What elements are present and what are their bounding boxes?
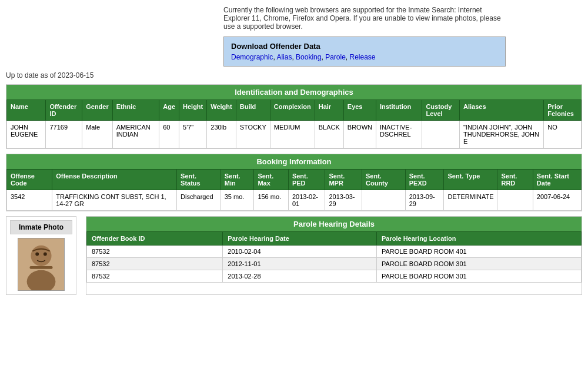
col-weight: Weight [207,100,236,121]
col-sent-start: Sent. Start Date [533,170,581,190]
cell-offense-desc: TRAFFICKING CONT SUBST, SCH 1, 14-27 GR [52,190,177,211]
identification-table: Name Offender ID Gender Ethnic Age Heigh… [6,100,582,148]
parole-header: Parole Hearing Details [86,217,582,231]
cell-ethnic: AMERICAN INDIAN [112,121,159,148]
cell-offender-id: 77169 [46,121,82,148]
photo-svg [18,238,64,291]
cell-sent-min: 35 mo. [220,190,254,211]
svg-point-4 [44,253,47,256]
photo-box: Inmate Photo [6,216,76,295]
col-institution: Institution [376,100,422,121]
parole-link[interactable]: Parole [325,53,346,61]
booking-row: 3542 TRAFFICKING CONT SUBST, SCH 1, 14-2… [7,190,582,211]
col-custody-level: Custody Level [422,100,460,121]
col-sent-status: Sent. Status [177,170,221,190]
download-links: Demographic, Alias, Booking, Parole, Rel… [231,53,498,61]
cell-hair: BLACK [315,121,343,148]
cell-sent-type: DETERMINATE [444,190,497,211]
cell-parole-date: 2012-11-01 [223,258,377,270]
col-build: Build [236,100,270,121]
cell-sent-start: 2007-06-24 [533,190,581,211]
col-hair: Hair [315,100,343,121]
identification-header: Identification and Demographics [6,85,582,100]
inmate-photo [18,238,65,291]
cell-complexion: MEDIUM [270,121,315,148]
col-sent-type: Sent. Type [444,170,497,190]
col-name: Name [7,100,46,121]
browser-notice: Currently the following web browsers are… [223,6,506,31]
release-link[interactable]: Release [349,53,375,61]
cell-sent-max: 156 mo. [254,190,289,211]
cell-name: JOHN EUGENE [7,121,46,148]
col-complexion: Complexion [270,100,315,121]
svg-rect-5 [30,266,53,269]
col-height: Height [179,100,207,121]
col-sent-max: Sent. Max [254,170,289,190]
cell-sent-status: Discharged [177,190,221,211]
parole-table: Offender Book ID Parole Hearing Date Par… [86,231,582,283]
cell-age: 60 [159,121,179,148]
booking-section: Booking Information Offense Code Offense… [6,154,582,211]
parole-row: 87532 2012-11-01 PAROLE BOARD ROOM 301 [87,258,582,270]
col-sent-ped: Sent. PED [288,170,325,190]
update-date: Up to date as of 2023-06-15 [6,71,582,79]
cell-parole-date: 2013-02-28 [223,270,377,283]
booking-table: Offense Code Offense Description Sent. S… [6,169,582,211]
cell-build: STOCKY [236,121,270,148]
cell-custody-level [422,121,460,148]
cell-sent-mpr: 2013-03-29 [325,190,362,211]
col-aliases: Aliases [459,100,543,121]
identification-row: JOHN EUGENE 77169 Male AMERICAN INDIAN 6… [7,121,582,148]
cell-sent-county [362,190,406,211]
cell-prior-felonies: NO [544,121,582,148]
col-gender: Gender [82,100,113,121]
col-offense-desc: Offense Description [52,170,177,190]
col-age: Age [159,100,179,121]
col-offense-code: Offense Code [7,170,52,190]
col-hearing-date: Parole Hearing Date [223,232,377,246]
demographic-link[interactable]: Demographic [231,53,273,61]
cell-aliases: "INDIAN JOIHN", JOHN THUNDERHORSE, JOHN … [459,121,543,148]
cell-parole-location: PAROLE BOARD ROOM 301 [376,270,581,283]
parole-box: Parole Hearing Details Offender Book ID … [86,216,582,295]
booking-header: Booking Information [6,154,582,169]
parole-rows: 87532 2010-02-04 PAROLE BOARD ROOM 401 8… [87,246,582,283]
col-ethnic: Ethnic [112,100,159,121]
cell-parole-book-id: 87532 [87,270,223,283]
cell-sent-rrd [497,190,533,211]
col-prior-felonies: Prior Felonies [544,100,582,121]
cell-height: 5'7" [179,121,207,148]
alias-link[interactable]: Alias [276,53,292,61]
col-book-id: Offender Book ID [87,232,223,246]
cell-offense-code: 3542 [7,190,52,211]
cell-weight: 230lb [207,121,236,148]
parole-row: 87532 2010-02-04 PAROLE BOARD ROOM 401 [87,246,582,258]
svg-point-3 [35,253,39,256]
col-sent-mpr: Sent. MPR [325,170,362,190]
booking-link[interactable]: Booking [296,53,321,61]
photo-header: Inmate Photo [10,220,72,234]
cell-sent-pexd: 2013-09-29 [405,190,444,211]
cell-gender: Male [82,121,113,148]
cell-parole-book-id: 87532 [87,258,223,270]
cell-parole-location: PAROLE BOARD ROOM 401 [376,246,581,258]
col-sent-pexd: Sent. PEXD [405,170,444,190]
identification-section: Identification and Demographics Name Off… [6,84,582,149]
col-sent-county: Sent. County [362,170,406,190]
col-sent-rrd: Sent. RRD [497,170,533,190]
col-eyes: Eyes [343,100,376,121]
bottom-section: Inmate Photo Parole Hearing Details Offe… [6,216,582,295]
cell-parole-book-id: 87532 [87,246,223,258]
cell-institution: INACTIVE-DSCHREL [376,121,422,148]
col-hearing-location: Parole Hearing Location [376,232,581,246]
cell-parole-date: 2010-02-04 [223,246,377,258]
download-box: Download Offender Data Demographic, Alia… [223,37,506,67]
cell-sent-ped: 2013-02-01 [288,190,325,211]
col-sent-min: Sent. Min [220,170,254,190]
cell-eyes: BROWN [343,121,376,148]
parole-row: 87532 2013-02-28 PAROLE BOARD ROOM 301 [87,270,582,283]
cell-parole-location: PAROLE BOARD ROOM 301 [376,258,581,270]
download-title: Download Offender Data [231,42,320,51]
col-offender-id: Offender ID [46,100,82,121]
